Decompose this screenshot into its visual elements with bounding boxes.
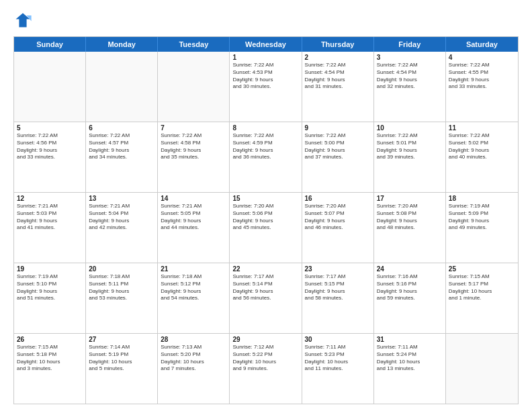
calendar-row-1: 5Sunrise: 7:22 AM Sunset: 4:56 PM Daylig… bbox=[14, 122, 518, 193]
cell-content: Sunrise: 7:22 AM Sunset: 5:02 PM Dayligh… bbox=[449, 132, 515, 161]
day-number: 11 bbox=[449, 124, 515, 132]
page: Sunday Monday Tuesday Wednesday Thursday… bbox=[0, 0, 532, 411]
day-number: 18 bbox=[449, 195, 515, 202]
calendar-cell-4-4: 30Sunrise: 7:11 AM Sunset: 5:23 PM Dayli… bbox=[302, 334, 374, 404]
calendar-row-2: 12Sunrise: 7:21 AM Sunset: 5:03 PM Dayli… bbox=[14, 193, 518, 263]
calendar-cell-0-4: 2Sunrise: 7:22 AM Sunset: 4:54 PM Daylig… bbox=[302, 52, 374, 122]
calendar-cell-1-1: 6Sunrise: 7:22 AM Sunset: 4:57 PM Daylig… bbox=[86, 122, 158, 192]
calendar-cell-3-1: 20Sunrise: 7:18 AM Sunset: 5:11 PM Dayli… bbox=[86, 263, 158, 333]
calendar-cell-3-4: 23Sunrise: 7:17 AM Sunset: 5:15 PM Dayli… bbox=[302, 263, 374, 333]
header-saturday: Saturday bbox=[446, 37, 518, 52]
calendar-row-0: 1Sunrise: 7:22 AM Sunset: 4:53 PM Daylig… bbox=[14, 52, 518, 122]
day-number: 30 bbox=[305, 336, 371, 343]
day-number: 6 bbox=[89, 124, 154, 132]
day-number: 19 bbox=[17, 265, 83, 273]
logo-icon bbox=[13, 11, 32, 30]
calendar-cell-1-5: 10Sunrise: 7:22 AM Sunset: 5:01 PM Dayli… bbox=[374, 122, 446, 192]
day-number: 5 bbox=[17, 124, 83, 132]
svg-marker-0 bbox=[16, 13, 30, 28]
calendar-cell-1-3: 8Sunrise: 7:22 AM Sunset: 4:59 PM Daylig… bbox=[230, 122, 302, 192]
day-number: 24 bbox=[377, 265, 443, 273]
calendar-cell-4-1: 27Sunrise: 7:14 AM Sunset: 5:19 PM Dayli… bbox=[86, 334, 158, 404]
cell-content: Sunrise: 7:22 AM Sunset: 4:56 PM Dayligh… bbox=[17, 132, 83, 161]
day-number: 15 bbox=[232, 195, 298, 202]
cell-content: Sunrise: 7:15 AM Sunset: 5:18 PM Dayligh… bbox=[17, 344, 83, 373]
cell-content: Sunrise: 7:22 AM Sunset: 4:55 PM Dayligh… bbox=[449, 62, 515, 91]
calendar-row-3: 19Sunrise: 7:19 AM Sunset: 5:10 PM Dayli… bbox=[14, 263, 518, 334]
day-number: 10 bbox=[377, 124, 443, 132]
calendar-cell-0-1 bbox=[86, 52, 158, 122]
cell-content: Sunrise: 7:20 AM Sunset: 5:06 PM Dayligh… bbox=[232, 203, 298, 232]
day-number: 29 bbox=[232, 336, 298, 343]
calendar-cell-0-2 bbox=[158, 52, 230, 122]
cell-content: Sunrise: 7:22 AM Sunset: 4:54 PM Dayligh… bbox=[377, 62, 443, 91]
day-number: 14 bbox=[161, 195, 226, 202]
day-number: 7 bbox=[161, 124, 226, 132]
cell-content: Sunrise: 7:22 AM Sunset: 4:57 PM Dayligh… bbox=[89, 132, 154, 161]
cell-content: Sunrise: 7:15 AM Sunset: 5:17 PM Dayligh… bbox=[449, 273, 515, 302]
cell-content: Sunrise: 7:13 AM Sunset: 5:20 PM Dayligh… bbox=[161, 344, 226, 373]
day-number: 31 bbox=[377, 336, 443, 343]
cell-content: Sunrise: 7:21 AM Sunset: 5:04 PM Dayligh… bbox=[89, 203, 154, 232]
day-number: 17 bbox=[377, 195, 443, 202]
header-monday: Monday bbox=[86, 37, 158, 52]
calendar-cell-1-6: 11Sunrise: 7:22 AM Sunset: 5:02 PM Dayli… bbox=[446, 122, 518, 192]
calendar-cell-3-2: 21Sunrise: 7:18 AM Sunset: 5:12 PM Dayli… bbox=[158, 263, 230, 333]
day-number: 27 bbox=[89, 336, 154, 343]
cell-content: Sunrise: 7:16 AM Sunset: 5:16 PM Dayligh… bbox=[377, 273, 443, 302]
cell-content: Sunrise: 7:22 AM Sunset: 4:54 PM Dayligh… bbox=[305, 62, 371, 91]
cell-content: Sunrise: 7:19 AM Sunset: 5:09 PM Dayligh… bbox=[449, 203, 515, 232]
day-number: 12 bbox=[17, 195, 83, 202]
calendar-cell-3-0: 19Sunrise: 7:19 AM Sunset: 5:10 PM Dayli… bbox=[14, 263, 86, 333]
calendar-body: 1Sunrise: 7:22 AM Sunset: 4:53 PM Daylig… bbox=[14, 52, 518, 404]
day-number: 9 bbox=[305, 124, 371, 132]
day-number: 20 bbox=[89, 265, 154, 273]
calendar: Sunday Monday Tuesday Wednesday Thursday… bbox=[13, 36, 519, 404]
calendar-cell-0-0 bbox=[14, 52, 86, 122]
calendar-cell-4-3: 29Sunrise: 7:12 AM Sunset: 5:22 PM Dayli… bbox=[230, 334, 302, 404]
calendar-cell-1-2: 7Sunrise: 7:22 AM Sunset: 4:58 PM Daylig… bbox=[158, 122, 230, 192]
day-number: 3 bbox=[377, 54, 443, 61]
calendar-cell-0-3: 1Sunrise: 7:22 AM Sunset: 4:53 PM Daylig… bbox=[230, 52, 302, 122]
cell-content: Sunrise: 7:17 AM Sunset: 5:14 PM Dayligh… bbox=[232, 273, 298, 302]
day-number: 1 bbox=[232, 54, 298, 61]
cell-content: Sunrise: 7:12 AM Sunset: 5:22 PM Dayligh… bbox=[232, 344, 298, 373]
calendar-cell-0-5: 3Sunrise: 7:22 AM Sunset: 4:54 PM Daylig… bbox=[374, 52, 446, 122]
calendar-cell-4-2: 28Sunrise: 7:13 AM Sunset: 5:20 PM Dayli… bbox=[158, 334, 230, 404]
cell-content: Sunrise: 7:19 AM Sunset: 5:10 PM Dayligh… bbox=[17, 273, 83, 302]
cell-content: Sunrise: 7:22 AM Sunset: 5:01 PM Dayligh… bbox=[377, 132, 443, 161]
cell-content: Sunrise: 7:22 AM Sunset: 4:59 PM Dayligh… bbox=[232, 132, 298, 161]
calendar-cell-4-0: 26Sunrise: 7:15 AM Sunset: 5:18 PM Dayli… bbox=[14, 334, 86, 404]
day-number: 21 bbox=[161, 265, 226, 273]
day-number: 13 bbox=[89, 195, 154, 202]
day-number: 16 bbox=[305, 195, 371, 202]
header-sunday: Sunday bbox=[14, 37, 86, 52]
cell-content: Sunrise: 7:22 AM Sunset: 4:53 PM Dayligh… bbox=[232, 62, 298, 91]
calendar-cell-4-6 bbox=[446, 334, 518, 404]
cell-content: Sunrise: 7:18 AM Sunset: 5:12 PM Dayligh… bbox=[161, 273, 226, 302]
cell-content: Sunrise: 7:21 AM Sunset: 5:03 PM Dayligh… bbox=[17, 203, 83, 232]
header bbox=[13, 11, 519, 30]
calendar-cell-3-3: 22Sunrise: 7:17 AM Sunset: 5:14 PM Dayli… bbox=[230, 263, 302, 333]
cell-content: Sunrise: 7:14 AM Sunset: 5:19 PM Dayligh… bbox=[89, 344, 154, 373]
calendar-cell-2-1: 13Sunrise: 7:21 AM Sunset: 5:04 PM Dayli… bbox=[86, 193, 158, 263]
cell-content: Sunrise: 7:22 AM Sunset: 5:00 PM Dayligh… bbox=[305, 132, 371, 161]
calendar-cell-2-3: 15Sunrise: 7:20 AM Sunset: 5:06 PM Dayli… bbox=[230, 193, 302, 263]
header-wednesday: Wednesday bbox=[230, 37, 302, 52]
calendar-cell-3-6: 25Sunrise: 7:15 AM Sunset: 5:17 PM Dayli… bbox=[446, 263, 518, 333]
cell-content: Sunrise: 7:20 AM Sunset: 5:08 PM Dayligh… bbox=[377, 203, 443, 232]
calendar-cell-0-6: 4Sunrise: 7:22 AM Sunset: 4:55 PM Daylig… bbox=[446, 52, 518, 122]
calendar-cell-2-4: 16Sunrise: 7:20 AM Sunset: 5:07 PM Dayli… bbox=[302, 193, 374, 263]
day-number: 28 bbox=[161, 336, 226, 343]
cell-content: Sunrise: 7:22 AM Sunset: 4:58 PM Dayligh… bbox=[161, 132, 226, 161]
calendar-cell-2-0: 12Sunrise: 7:21 AM Sunset: 5:03 PM Dayli… bbox=[14, 193, 86, 263]
day-number: 2 bbox=[305, 54, 371, 61]
calendar-header: Sunday Monday Tuesday Wednesday Thursday… bbox=[14, 37, 518, 52]
calendar-cell-3-5: 24Sunrise: 7:16 AM Sunset: 5:16 PM Dayli… bbox=[374, 263, 446, 333]
day-number: 4 bbox=[449, 54, 515, 61]
calendar-cell-2-5: 17Sunrise: 7:20 AM Sunset: 5:08 PM Dayli… bbox=[374, 193, 446, 263]
calendar-cell-2-6: 18Sunrise: 7:19 AM Sunset: 5:09 PM Dayli… bbox=[446, 193, 518, 263]
cell-content: Sunrise: 7:11 AM Sunset: 5:24 PM Dayligh… bbox=[377, 344, 443, 373]
day-number: 26 bbox=[17, 336, 83, 343]
day-number: 25 bbox=[449, 265, 515, 273]
